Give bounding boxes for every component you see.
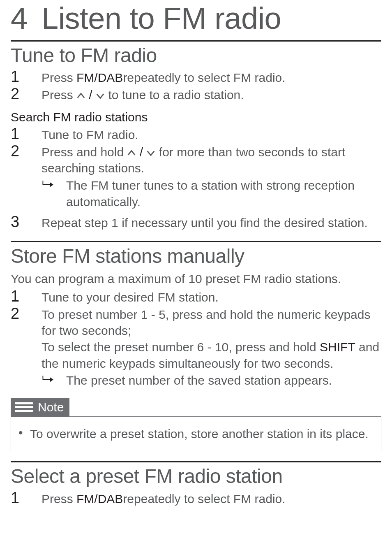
chevron-up-icon: [76, 91, 85, 100]
step-item: 1 Tune to FM radio.: [11, 126, 381, 143]
section-heading-tune: Tune to FM radio: [11, 45, 381, 67]
result-arrow-icon: [42, 177, 66, 192]
divider: [11, 40, 381, 42]
bullet-icon: •: [18, 426, 30, 439]
step-number: 1: [11, 490, 42, 506]
step-text: Tune to your desired FM station.: [42, 288, 381, 306]
chevron-down-icon: [146, 149, 155, 158]
steps-tune: 1 Press FM/DABrepeatedly to select FM ra…: [11, 69, 381, 103]
step-item: 1 Press FM/DABrepeatedly to select FM ra…: [11, 69, 381, 86]
step-item: 3 Repeat step 1 if necessary until you f…: [11, 214, 381, 231]
step-text: Repeat step 1 if necessary until you fin…: [42, 214, 381, 231]
step-number: 1: [11, 69, 42, 85]
step-text: To preset number 1 - 5, press and hold t…: [42, 306, 381, 371]
section-heading-select: Select a preset FM radio station: [11, 466, 381, 487]
step-text: Press FM/DABrepeatedly to select FM radi…: [42, 69, 381, 86]
step-text: Tune to FM radio.: [42, 126, 381, 143]
note-label: Note: [38, 400, 64, 414]
step-number: 3: [11, 214, 42, 230]
note-icon: [15, 401, 33, 414]
step-item: 1 Tune to your desired FM station.: [11, 288, 381, 306]
text: To select the preset number 6 - 10, pres…: [42, 340, 320, 354]
step-number: 1: [11, 288, 42, 305]
step-text: Press / to tune to a radio station.: [42, 86, 381, 103]
result-item: The FM tuner tunes to a station with str…: [42, 177, 381, 210]
chapter-number: 4: [11, 2, 42, 35]
step-number: 2: [11, 306, 42, 322]
result-text: The preset number of the saved station a…: [66, 372, 381, 389]
chapter-title-text: Listen to FM radio: [42, 1, 281, 35]
step-item: 2 Press / to tune to a radio station.: [11, 86, 381, 103]
step-item: 2 To preset number 1 - 5, press and hold…: [11, 306, 381, 371]
step-item: 2 Press and hold / for more than two sec…: [11, 143, 381, 176]
text: Press: [42, 71, 76, 84]
chevron-up-icon: [127, 149, 136, 158]
note-tab: Note: [11, 398, 69, 417]
slash: /: [85, 88, 96, 102]
button-label-fmdab: FM/DAB: [76, 492, 123, 506]
chevron-down-icon: [96, 91, 105, 100]
note-block: Note • To overwrite a preset station, st…: [11, 398, 381, 452]
step-item: 1 Press FM/DABrepeatedly to select FM ra…: [11, 490, 381, 507]
step-text: Press FM/DABrepeatedly to select FM radi…: [42, 490, 381, 507]
result-item: The preset number of the saved station a…: [42, 372, 381, 389]
step-number: 2: [11, 86, 42, 102]
step-number: 2: [11, 143, 42, 160]
divider: [11, 461, 381, 462]
steps-store: 1 Tune to your desired FM station. 2 To …: [11, 288, 381, 389]
result-arrow-icon: [42, 372, 66, 387]
slash: /: [136, 145, 146, 159]
step-number: 1: [11, 126, 42, 142]
note-box: • To overwrite a preset station, store a…: [11, 416, 381, 452]
button-label-shift: SHIFT: [320, 340, 355, 354]
intro-text: You can program a maximum of 10 preset F…: [11, 271, 381, 287]
button-label-fmdab: FM/DAB: [76, 71, 123, 84]
steps-search: 1 Tune to FM radio. 2 Press and hold / f…: [11, 126, 381, 231]
section-heading-store: Store FM stations manually: [11, 246, 381, 267]
chapter-title: 4Listen to FM radio: [11, 2, 381, 35]
text: repeatedly to select FM radio.: [123, 492, 285, 506]
text: Press: [42, 88, 76, 102]
step-text: Press and hold / for more than two secon…: [42, 143, 381, 176]
text: To preset number 1 - 5, press and hold t…: [42, 308, 370, 338]
text: Press: [42, 492, 76, 506]
steps-select: 1 Press FM/DABrepeatedly to select FM ra…: [11, 490, 381, 507]
text: repeatedly to select FM radio.: [123, 71, 285, 84]
note-body: To overwrite a preset station, store ano…: [30, 426, 374, 442]
text: Press and hold: [42, 145, 127, 159]
subsection-heading-search: Search FM radio stations: [11, 109, 381, 125]
result-text: The FM tuner tunes to a station with str…: [66, 177, 381, 210]
text: to tune to a radio station.: [105, 88, 244, 102]
divider: [11, 241, 381, 242]
